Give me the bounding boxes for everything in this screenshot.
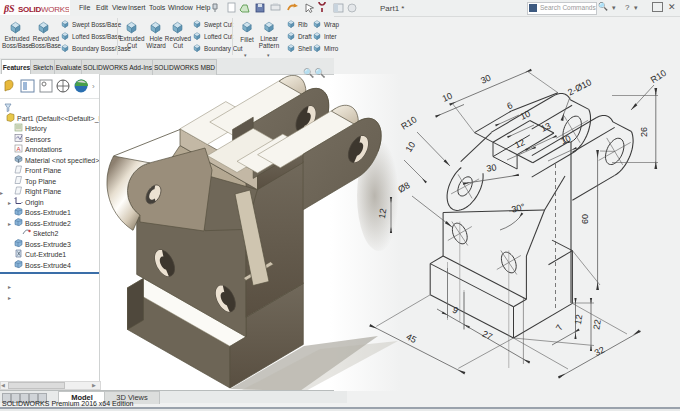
svg-text:SOLID: SOLID [18,5,41,14]
svg-text:▸: ▸ [8,221,11,227]
svg-text:Part1 (Default<<Default>_Displ: Part1 (Default<<Default>_Displa [17,115,99,123]
svg-text:Sensors: Sensors [25,136,51,143]
svg-text:Front Plane: Front Plane [25,167,61,174]
svg-text:Sketch2: Sketch2 [33,230,58,237]
svg-text:60: 60 [580,214,590,224]
svg-text:22: 22 [591,319,603,331]
svg-text:History: History [25,125,47,133]
svg-text:βS: βS [3,3,15,14]
svg-text:A: A [16,146,20,152]
svg-text:▸: ▸ [8,295,11,301]
svg-text:Boss-Extrude2: Boss-Extrude2 [25,220,71,227]
svg-text:12: 12 [573,314,585,326]
svg-text:26: 26 [639,127,649,137]
svg-text:Cut-Extrude1: Cut-Extrude1 [25,251,66,258]
svg-text:Boss-Extrude3: Boss-Extrude3 [25,241,71,248]
svg-text:12: 12 [377,208,389,220]
svg-text:Annotations: Annotations [25,146,62,153]
svg-text:Top Plane: Top Plane [25,178,56,186]
svg-text:▸: ▸ [0,190,3,196]
svg-text:▸: ▸ [8,284,11,290]
svg-text:WORKS: WORKS [41,5,69,14]
svg-text:30: 30 [486,162,498,174]
svg-text:Origin: Origin [25,199,44,207]
svg-text:▸: ▸ [8,200,11,206]
svg-text:Boss-Extrude1: Boss-Extrude1 [25,209,71,216]
svg-text:Right Plane: Right Plane [25,188,61,196]
svg-text:Material <not specified>: Material <not specified> [25,157,99,165]
svg-text:Boss-Extrude4: Boss-Extrude4 [25,262,71,269]
